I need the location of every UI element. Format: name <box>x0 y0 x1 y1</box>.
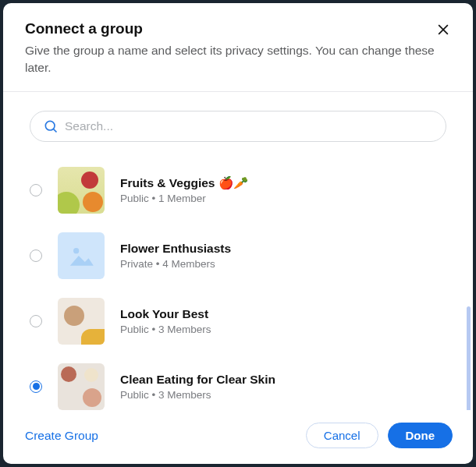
group-name: Clean Eating for Clear Skin <box>120 373 275 387</box>
close-icon <box>435 22 451 37</box>
group-meta: Private • 4 Members <box>120 258 231 270</box>
group-radio[interactable] <box>30 315 42 327</box>
scrollbar-thumb[interactable] <box>467 306 471 410</box>
cancel-button[interactable]: Cancel <box>306 423 378 448</box>
group-radio[interactable] <box>30 184 42 196</box>
image-placeholder-icon <box>66 241 96 271</box>
group-name: Look Your Best <box>120 307 211 321</box>
group-row[interactable]: Fruits & Veggies 🍎🥕Public • 1 Member <box>30 157 446 223</box>
group-name: Flower Enthusiasts <box>120 242 231 256</box>
search-icon <box>43 119 59 134</box>
svg-point-2 <box>45 121 55 130</box>
group-thumbnail <box>58 232 105 279</box>
group-info: Flower EnthusiastsPrivate • 4 Members <box>120 242 231 270</box>
group-list: Fruits & Veggies 🍎🥕Public • 1 MemberFlow… <box>30 157 446 410</box>
close-button[interactable] <box>432 19 454 41</box>
modal-footer: Create Group Cancel Done <box>3 410 473 464</box>
group-meta: Public • 1 Member <box>120 193 248 204</box>
group-name: Fruits & Veggies 🍎🥕 <box>120 176 248 190</box>
group-thumbnail <box>58 167 105 214</box>
group-thumbnail <box>58 363 105 410</box>
modal-body: Fruits & Veggies 🍎🥕Public • 1 MemberFlow… <box>3 92 473 410</box>
modal-title: Connect a group <box>25 20 451 37</box>
connect-group-modal: Connect a group Give the group a name an… <box>3 3 473 464</box>
group-radio[interactable] <box>30 380 42 393</box>
search-field[interactable] <box>30 111 446 142</box>
group-radio[interactable] <box>30 249 42 262</box>
svg-point-4 <box>73 248 79 253</box>
group-row[interactable]: Look Your BestPublic • 3 Members <box>30 288 446 354</box>
group-meta: Public • 3 Members <box>120 389 275 401</box>
search-input[interactable] <box>59 118 433 135</box>
modal-header: Connect a group Give the group a name an… <box>3 3 473 92</box>
group-info: Clean Eating for Clear SkinPublic • 3 Me… <box>120 373 275 401</box>
group-meta: Public • 3 Members <box>120 324 211 335</box>
modal-subtitle: Give the group a name and select its pri… <box>25 42 451 77</box>
group-row[interactable]: Clean Eating for Clear SkinPublic • 3 Me… <box>30 354 446 410</box>
svg-line-3 <box>53 129 56 132</box>
group-thumbnail <box>58 298 105 345</box>
group-info: Look Your BestPublic • 3 Members <box>120 307 211 335</box>
done-button[interactable]: Done <box>388 423 453 448</box>
create-group-link[interactable]: Create Group <box>23 426 100 446</box>
group-row[interactable]: Flower EnthusiastsPrivate • 4 Members <box>30 223 446 288</box>
group-info: Fruits & Veggies 🍎🥕Public • 1 Member <box>120 176 248 204</box>
